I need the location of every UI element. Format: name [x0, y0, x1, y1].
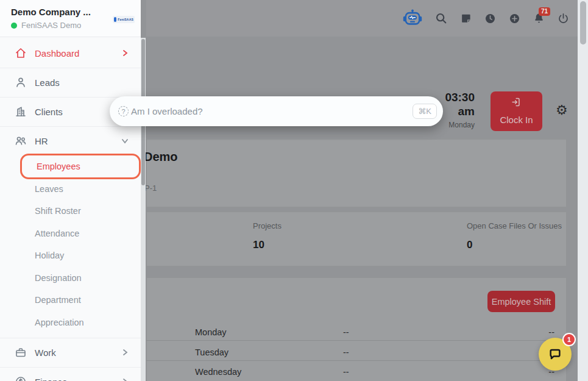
building-icon: [15, 105, 27, 118]
clock-in-button[interactable]: Clock In: [491, 91, 542, 131]
sidebar-item-label: Work: [35, 347, 56, 358]
sidebar-subitem-label: Department: [35, 295, 81, 305]
main-scrollbar-track[interactable]: [578, 0, 588, 381]
sidebar-item-hr[interactable]: HR: [0, 126, 141, 155]
row-divider: [146, 360, 567, 361]
bell-icon[interactable]: 71: [533, 13, 545, 24]
day-label: Wednesday: [195, 367, 241, 377]
sidebar-subitem-designation[interactable]: Designation: [0, 267, 141, 289]
current-time: 03:30 am Monday: [441, 90, 475, 129]
employee-shift-button[interactable]: Employee Shift: [487, 291, 555, 312]
company-name: Demo Company ...: [11, 7, 91, 17]
sidebar-subitem-label: Leaves: [35, 184, 63, 194]
sidebar-subitem-label: Designation: [35, 273, 82, 283]
sidebar-subitem-attendance[interactable]: Attendance: [0, 223, 141, 244]
sidebar-subitem-appreciation[interactable]: Appreciation: [0, 312, 141, 333]
logo-text: FeniSAAS: [118, 18, 133, 21]
sidebar-item-label: HR: [35, 136, 48, 146]
gear-icon[interactable]: ⚙: [556, 104, 568, 117]
sidebar-item-label: Clients: [35, 107, 63, 117]
sidebar-scrollbar-track[interactable]: [141, 38, 146, 381]
login-icon: [511, 97, 522, 107]
finance-icon: [15, 376, 27, 381]
question-circle-icon: ?: [118, 106, 129, 116]
sidebar-item-work[interactable]: Work: [0, 338, 141, 367]
workspace-label: FeniSAAS Demo: [21, 21, 81, 30]
chevron-down-icon: [121, 137, 129, 145]
fenisaas-logo: FeniSAAS: [113, 16, 135, 23]
sidebar-item-finance[interactable]: Finance: [0, 367, 141, 381]
notification-badge: 71: [539, 7, 550, 16]
note-value: --: [548, 327, 554, 337]
chat-bubble-icon: [547, 346, 563, 362]
stat-projects: Projects 10: [253, 221, 282, 251]
employee-code: P-1: [144, 183, 157, 193]
shift-value: --: [343, 327, 349, 337]
sidebar-subitem-label: Appreciation: [35, 318, 84, 327]
sidebar-subitem-label: Shift Roster: [35, 206, 81, 216]
chat-unread-badge: 1: [562, 333, 576, 346]
sidebar-item-dashboard[interactable]: Dashboard: [0, 38, 141, 68]
sidebar-subitem-leaves[interactable]: Leaves: [0, 178, 141, 200]
home-icon: [15, 47, 27, 59]
chevron-right-icon: [121, 377, 129, 381]
sidebar-item-label: Finance: [35, 377, 67, 381]
sidebar-subitem-label: Employees: [37, 162, 80, 171]
company-header[interactable]: Demo Company ... FeniSAAS Demo FeniSAAS: [0, 0, 141, 37]
people-icon: [15, 135, 27, 147]
stat-value: 10: [253, 239, 282, 251]
day-value: Monday: [441, 121, 475, 129]
sidebar-item-label: Dashboard: [35, 48, 79, 59]
shift-value: --: [343, 347, 349, 357]
sidebar-subitem-holiday[interactable]: Holiday: [0, 244, 141, 266]
main-scrollbar-thumb[interactable]: [580, 1, 586, 45]
stat-value: 0: [467, 239, 562, 251]
app-root: 71 Demo P-1 Projects 10 Open Case Files …: [0, 0, 588, 381]
keyboard-shortcut-badge: ⌘K: [413, 104, 437, 119]
day-label: Tuesday: [195, 347, 228, 357]
sidebar-subitem-shift-roster[interactable]: Shift Roster: [0, 200, 141, 222]
sidebar-subitem-department[interactable]: Department: [0, 289, 141, 311]
search-icon[interactable]: [435, 12, 447, 24]
clock-in-label: Clock In: [500, 114, 533, 126]
shift-row-wednesday: Wednesday -- --: [146, 362, 567, 381]
clock-icon[interactable]: [484, 13, 496, 24]
power-icon[interactable]: [558, 13, 569, 24]
topbar-icon-group: 71: [405, 0, 578, 37]
sidebar-subitem-label: Holiday: [35, 251, 64, 260]
shift-value: --: [343, 367, 349, 377]
briefcase-icon: [15, 346, 27, 358]
profile-card: [146, 139, 567, 207]
add-icon[interactable]: [509, 13, 520, 24]
sidebar-item-leads[interactable]: Leads: [0, 68, 141, 97]
sidebar: Demo Company ... FeniSAAS Demo FeniSAAS …: [0, 0, 141, 381]
sidebar-subitem-label: Attendance: [35, 229, 79, 238]
sidebar-subitem-employees[interactable]: Employees: [20, 154, 141, 179]
row-divider: [146, 340, 567, 341]
chevron-right-icon: [121, 49, 129, 57]
global-search-bar[interactable]: ? ⌘K: [110, 96, 443, 126]
sidebar-item-label: Leads: [35, 77, 60, 88]
day-label: Monday: [195, 327, 227, 337]
logo-mark-icon: [114, 17, 116, 22]
person-icon: [15, 76, 27, 88]
time-value: 03:30 am: [441, 90, 475, 118]
search-input[interactable]: [129, 106, 413, 116]
stat-open-cases: Open Case Files Or Issues 0: [467, 221, 562, 251]
status-dot-icon: [11, 23, 17, 29]
message-icon[interactable]: [460, 13, 472, 24]
stat-label: Open Case Files Or Issues: [467, 221, 562, 230]
page-title: Demo: [144, 150, 178, 164]
stat-label: Projects: [253, 221, 282, 230]
chevron-right-icon: [121, 348, 129, 357]
ai-robot-icon[interactable]: [403, 9, 422, 27]
company-status: FeniSAAS Demo: [11, 21, 81, 30]
